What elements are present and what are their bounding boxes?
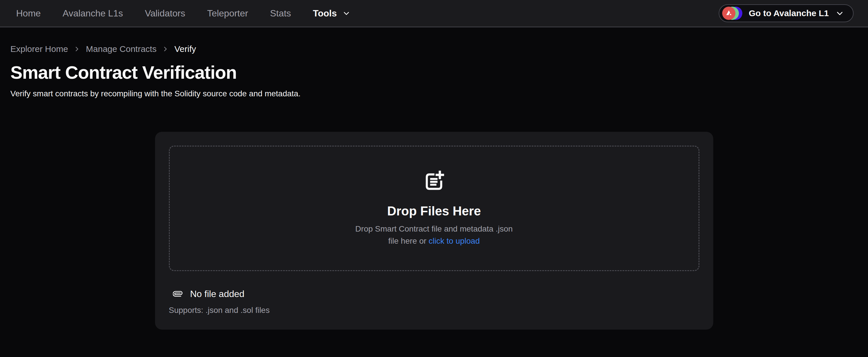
chevron-down-icon bbox=[835, 9, 844, 18]
page: Home Avalanche L1s Validators Teleporter… bbox=[0, 0, 868, 357]
verification-card: Drop Files Here Drop Smart Contract file… bbox=[155, 132, 713, 330]
chevron-right-icon bbox=[162, 45, 169, 53]
paperclip-icon bbox=[173, 286, 183, 302]
breadcrumb: Explorer Home Manage Contracts Verify bbox=[10, 44, 858, 54]
breadcrumb-manage-contracts[interactable]: Manage Contracts bbox=[86, 44, 156, 54]
main-nav: Home Avalanche L1s Validators Teleporter… bbox=[16, 8, 351, 19]
file-status-message: No file added bbox=[190, 289, 245, 299]
chevron-down-icon bbox=[342, 9, 351, 18]
top-nav-bar: Home Avalanche L1s Validators Teleporter… bbox=[0, 0, 868, 27]
nav-item-tools-label: Tools bbox=[313, 8, 337, 19]
dropzone-heading: Drop Files Here bbox=[387, 204, 481, 218]
file-status-row: No file added bbox=[173, 286, 700, 302]
dropzone-line2-prefix: file here or bbox=[388, 236, 429, 245]
nav-item-teleporter[interactable]: Teleporter bbox=[207, 8, 248, 19]
dropzone-line1: Drop Smart Contract file and metadata .j… bbox=[355, 225, 513, 233]
avalanche-logo-icon bbox=[722, 7, 736, 20]
page-subtitle: Verify smart contracts by recompiling wi… bbox=[10, 89, 858, 98]
main-content: Explorer Home Manage Contracts Verify Sm… bbox=[0, 27, 868, 330]
supported-formats: Supports: .json and .sol files bbox=[169, 306, 700, 315]
nav-item-stats[interactable]: Stats bbox=[270, 8, 291, 19]
breadcrumb-verify: Verify bbox=[174, 44, 196, 54]
nav-item-tools[interactable]: Tools bbox=[313, 8, 351, 19]
nav-item-validators[interactable]: Validators bbox=[145, 8, 185, 19]
dropzone-instructions: Drop Smart Contract file and metadata .j… bbox=[355, 223, 513, 247]
nav-item-avalanche-l1s[interactable]: Avalanche L1s bbox=[63, 8, 123, 19]
chevron-right-icon bbox=[73, 45, 81, 53]
chain-logo-stack bbox=[722, 7, 742, 20]
page-title: Smart Contract Verification bbox=[10, 62, 858, 83]
note-add-icon bbox=[423, 170, 445, 192]
nav-item-home[interactable]: Home bbox=[16, 8, 41, 19]
file-dropzone[interactable]: Drop Files Here Drop Smart Contract file… bbox=[169, 146, 700, 271]
go-to-avalanche-l1-button[interactable]: Go to Avalanche L1 bbox=[719, 4, 854, 22]
click-to-upload-link[interactable]: click to upload bbox=[429, 236, 479, 245]
breadcrumb-explorer-home[interactable]: Explorer Home bbox=[10, 44, 68, 54]
go-to-avalanche-l1-label: Go to Avalanche L1 bbox=[749, 8, 829, 18]
